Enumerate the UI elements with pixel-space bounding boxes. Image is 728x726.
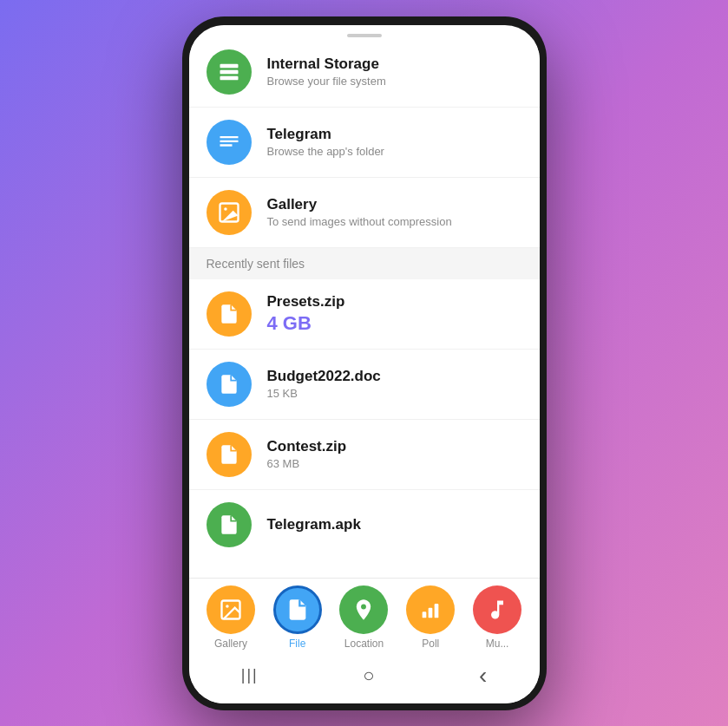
presets-zip-size: 4 GB [267, 312, 345, 335]
presets-zip-item[interactable]: Presets.zip 4 GB [189, 279, 540, 350]
telegram-subtitle: Browse the app's folder [267, 145, 384, 158]
gallery-subtitle: To send images without compression [267, 215, 452, 228]
action-music-icon [473, 585, 521, 634]
telegram-text: Telegram Browse the app's folder [267, 126, 384, 158]
contest-zip-text: Contest.zip 63 MB [267, 438, 347, 470]
presets-zip-icon [207, 291, 252, 337]
internal-storage-icon [207, 49, 252, 95]
contest-zip-name: Contest.zip [267, 438, 347, 455]
svg-rect-8 [423, 612, 427, 618]
budget-doc-size: 15 KB [267, 387, 381, 400]
budget-doc-text: Budget2022.doc 15 KB [267, 368, 381, 400]
recent-files-header: Recently sent files [189, 248, 540, 279]
gallery-title: Gallery [267, 196, 452, 213]
telegram-title: Telegram [267, 126, 384, 143]
svg-rect-1 [220, 69, 238, 74]
internal-storage-subtitle: Browse your file system [267, 75, 386, 88]
action-gallery-icon [207, 585, 255, 634]
phone-screen: Internal Storage Browse your file system… [189, 25, 540, 703]
telegram-apk-item[interactable]: Telegram.apk [189, 490, 540, 559]
svg-rect-2 [220, 75, 238, 80]
gallery-icon [207, 190, 252, 235]
svg-point-7 [362, 604, 367, 609]
action-gallery-label: Gallery [214, 638, 247, 650]
action-file[interactable]: File [272, 585, 324, 650]
nav-bar: ||| ○ ‹ [189, 653, 540, 703]
presets-zip-text: Presets.zip 4 GB [267, 293, 345, 335]
svg-rect-9 [429, 607, 433, 618]
presets-zip-name: Presets.zip [267, 293, 345, 311]
contest-zip-size: 63 MB [267, 457, 347, 470]
action-poll-icon [406, 585, 455, 634]
budget-doc-icon [207, 362, 252, 407]
telegram-apk-name: Telegram.apk [267, 516, 361, 533]
action-file-icon [273, 585, 322, 634]
gallery-text: Gallery To send images without compressi… [267, 196, 452, 228]
action-location-label: Location [344, 638, 384, 650]
budget-doc-name: Budget2022.doc [267, 368, 381, 385]
back-button[interactable]: ‹ [479, 662, 487, 690]
action-file-label: File [289, 638, 305, 650]
bottom-action-bar: Gallery File [189, 578, 540, 653]
phone-frame: Internal Storage Browse your file system… [182, 16, 547, 710]
telegram-apk-text: Telegram.apk [267, 516, 361, 533]
contest-zip-item[interactable]: Contest.zip 63 MB [189, 420, 540, 490]
action-poll[interactable]: Poll [404, 585, 456, 650]
recent-apps-button[interactable]: ||| [241, 666, 259, 684]
svg-point-4 [224, 207, 227, 211]
action-poll-label: Poll [422, 638, 439, 650]
telegram-icon [207, 120, 252, 165]
budget-doc-item[interactable]: Budget2022.doc 15 KB [189, 350, 540, 420]
internal-storage-text: Internal Storage Browse your file system [267, 56, 386, 88]
home-button[interactable]: ○ [363, 664, 374, 687]
telegram-item[interactable]: Telegram Browse the app's folder [189, 108, 540, 178]
action-location-icon [339, 585, 388, 634]
telegram-apk-icon [207, 502, 252, 547]
gallery-item[interactable]: Gallery To send images without compressi… [189, 178, 540, 248]
action-location[interactable]: Location [338, 585, 390, 650]
action-music-label: Mu... [486, 638, 509, 650]
svg-rect-10 [435, 604, 439, 618]
action-music[interactable]: Mu... [471, 585, 523, 650]
action-gallery[interactable]: Gallery [205, 585, 257, 650]
svg-point-6 [226, 605, 229, 608]
scroll-area: Internal Storage Browse your file system… [189, 37, 540, 578]
svg-rect-0 [220, 63, 238, 68]
internal-storage-item[interactable]: Internal Storage Browse your file system [189, 37, 540, 108]
contest-zip-icon [207, 432, 252, 477]
action-items-row: Gallery File [189, 585, 540, 650]
internal-storage-title: Internal Storage [267, 56, 386, 73]
